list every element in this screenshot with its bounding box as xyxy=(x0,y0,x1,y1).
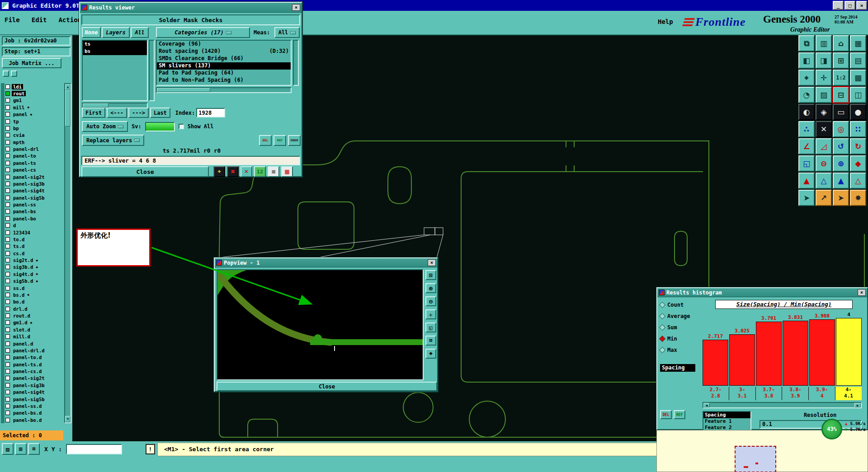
diamond-fill-icon[interactable]: ◆ xyxy=(850,155,866,172)
layer-row[interactable]: mill.d xyxy=(5,333,63,340)
layer-visibility-toggle[interactable] xyxy=(5,376,10,380)
feature-list[interactable]: SpacingFeature 1Feature 2 xyxy=(703,411,751,433)
dot-matrix-icon[interactable]: ∷ xyxy=(850,121,866,137)
results-viewer-close-icon[interactable]: × xyxy=(292,4,300,11)
layer-visibility-toggle[interactable] xyxy=(5,411,10,415)
filter-layers-button[interactable]: Layers xyxy=(102,27,130,38)
histogram-del-button[interactable]: DEL xyxy=(660,410,672,419)
layer-visibility-toggle[interactable] xyxy=(5,105,10,110)
drc-triangle-2-icon[interactable]: △ xyxy=(816,173,832,189)
layer-row[interactable]: panel-drl.d xyxy=(5,347,63,354)
drc-triangle-3-icon[interactable]: ▲ xyxy=(833,173,849,189)
category-item[interactable]: Pad to Pad Spacing (64) xyxy=(157,70,291,77)
popview-fit-icon[interactable]: ◱ xyxy=(425,322,436,332)
layer-visibility-toggle[interactable] xyxy=(5,196,10,200)
cross-red-icon[interactable]: ✖ xyxy=(227,166,239,177)
layer-visibility-toggle[interactable] xyxy=(5,216,10,221)
layer-visibility-toggle[interactable] xyxy=(5,313,10,318)
layer-row[interactable]: panel-sig3b xyxy=(5,382,63,388)
replace-layers-dropdown[interactable]: Replace layers xyxy=(82,135,144,146)
pan-left-icon[interactable]: ◧ xyxy=(798,52,815,69)
highlight-tool-icon[interactable]: ⊟ xyxy=(833,87,849,103)
layer-visibility-toggle[interactable] xyxy=(5,188,10,193)
layer-visibility-toggle[interactable] xyxy=(5,244,10,248)
layer-visibility-toggle[interactable] xyxy=(5,237,10,242)
grid-toggle-icon[interactable]: ⊞ xyxy=(15,443,27,455)
category-item[interactable]: Pad to Non-Pad Spacing (6) xyxy=(157,77,291,84)
display-icon[interactable]: ▥ xyxy=(816,35,832,51)
layer-row[interactable]: panel-bs.d xyxy=(5,410,63,416)
remove-item-icon[interactable]: ⊖ xyxy=(816,155,832,172)
layer-visibility-toggle[interactable] xyxy=(5,272,10,276)
angle-icon[interactable]: ∠ xyxy=(798,138,815,154)
scale-1-2-icon[interactable]: 1:2 xyxy=(833,70,849,86)
minimize-button[interactable]: _ xyxy=(833,1,844,10)
layer-row[interactable]: panel-sig5b xyxy=(5,396,63,402)
last-button[interactable]: Last xyxy=(150,107,170,118)
layer-visibility-toggle[interactable] xyxy=(5,355,10,360)
list-icon[interactable]: ≡ xyxy=(268,166,279,177)
layer-visibility-toggle[interactable] xyxy=(5,161,10,165)
close-button[interactable]: × xyxy=(856,1,867,10)
circle-select-icon[interactable]: ◎ xyxy=(833,121,849,137)
menu-item[interactable]: File xyxy=(5,16,20,23)
layer-visibility-toggle[interactable] xyxy=(5,209,10,214)
histogram-ref-button[interactable]: REF xyxy=(674,410,685,419)
prev-button[interactable]: <--- xyxy=(107,107,127,118)
layer-row[interactable]: mill xyxy=(5,104,63,111)
results-viewer-titlebar[interactable]: Results viewer × xyxy=(80,3,302,13)
layer-list-scrollbar[interactable] xyxy=(149,40,155,101)
diamond-tool-icon[interactable]: ◈ xyxy=(816,104,832,120)
layer-row[interactable]: panel-sig4t xyxy=(5,187,63,194)
layer-row[interactable]: panel-bo.d xyxy=(5,416,63,423)
layer-scrollbar[interactable]: ▲ ▼ xyxy=(64,83,71,423)
layer-row[interactable]: sig5b.d xyxy=(5,278,63,285)
layer-panel-button-1[interactable] xyxy=(3,70,9,77)
popview-display-icon[interactable]: ⊡ xyxy=(425,270,436,280)
category-item[interactable]: Coverage (96) xyxy=(157,41,291,48)
categories-dropdown[interactable]: Categories (17) xyxy=(156,27,250,38)
layer-visibility-toggle[interactable] xyxy=(5,223,10,228)
menu-item[interactable]: Edit xyxy=(32,16,47,23)
layer-visibility-toggle[interactable] xyxy=(5,334,10,339)
layer-row[interactable]: 123434 xyxy=(5,229,63,236)
layer-visibility-toggle[interactable] xyxy=(5,299,10,304)
layer-row[interactable]: panel-ss.d xyxy=(5,402,63,409)
drc-triangle-1-icon[interactable]: ▲ xyxy=(798,173,815,189)
stat-count[interactable]: Count xyxy=(660,301,690,308)
menu-help[interactable]: Help xyxy=(658,18,673,25)
popview-titlebar[interactable]: Popview - 1 × xyxy=(215,258,437,267)
layer-visibility-toggle[interactable] xyxy=(5,265,10,269)
category-item[interactable]: SMDs Clearance Bridge (66) xyxy=(157,55,291,62)
stat-sum[interactable]: Sum xyxy=(660,323,690,331)
feature-item[interactable]: Spacing xyxy=(703,412,750,418)
stat-average[interactable]: Average xyxy=(660,312,690,320)
popview-zoom-in-icon[interactable]: ⊕ xyxy=(425,283,436,293)
show-all-checkbox[interactable] xyxy=(179,124,184,129)
hatch-icon[interactable]: ▨ xyxy=(816,87,832,103)
layer-row[interactable]: mpth xyxy=(5,139,63,145)
maximize-button[interactable]: □ xyxy=(844,1,855,10)
layer-visibility-toggle[interactable] xyxy=(5,251,10,256)
popview-pan-icon[interactable]: ✛ xyxy=(425,309,436,319)
histogram-hscrollbar[interactable]: ◀ ▶ xyxy=(703,402,862,408)
layer-visibility-toggle[interactable] xyxy=(5,154,10,158)
first-button[interactable]: First xyxy=(82,107,105,118)
layer-row[interactable]: bp xyxy=(5,125,63,131)
center-view-icon[interactable]: ⌖ xyxy=(798,70,815,86)
layer-visibility-toggle[interactable] xyxy=(5,91,10,96)
corner-select-icon[interactable]: ◱ xyxy=(798,155,815,172)
layer-visibility-toggle[interactable] xyxy=(5,202,10,207)
layer-row[interactable]: ldi xyxy=(5,83,63,90)
redo-icon[interactable]: ↻ xyxy=(850,138,866,154)
pattern-icon[interactable]: ▩ xyxy=(850,70,866,86)
layer-row[interactable]: panel-sig2t xyxy=(5,375,63,382)
layer-visibility-toggle[interactable] xyxy=(5,140,10,145)
layer-row[interactable]: gm1 xyxy=(5,97,63,104)
layer-row[interactable]: sig4t.d xyxy=(5,271,63,277)
key-icon[interactable]: ✦ xyxy=(213,166,225,177)
layer-visibility-toggle[interactable] xyxy=(5,175,10,179)
popview-close-icon[interactable]: × xyxy=(428,259,436,266)
layer-row[interactable]: d xyxy=(5,222,63,229)
measure-box-icon[interactable]: ▭ xyxy=(833,104,849,120)
